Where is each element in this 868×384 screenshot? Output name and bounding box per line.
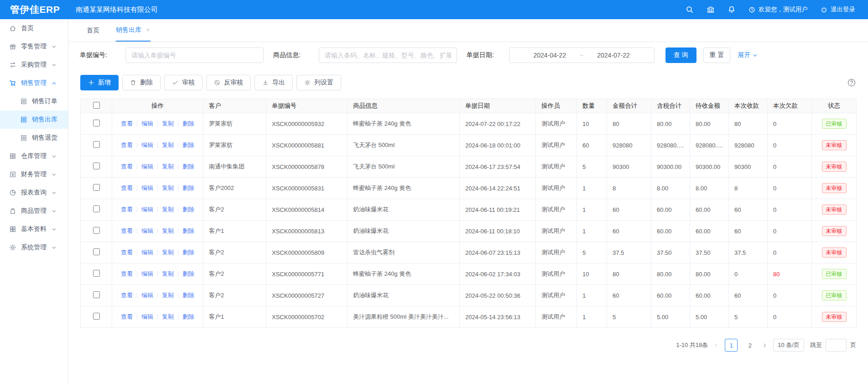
page-size-select[interactable]: 10 条/页 [773,339,804,352]
copy-link[interactable]: 复制 [162,163,174,171]
edit-link[interactable]: 编辑 [141,163,153,171]
date-to[interactable]: 2024-07-22 [597,52,630,59]
date-range-picker[interactable]: 2024-04-22 ~ 2024-07-22 [509,47,655,63]
sidebar-item-sales-outbound[interactable]: 销售出库 [0,110,68,129]
edit-link[interactable]: 编辑 [141,270,153,278]
delete-link[interactable]: 删除 [182,205,194,214]
row-checkbox[interactable] [93,270,100,277]
view-link[interactable]: 查看 [121,248,133,257]
page-number-1[interactable]: 1 [725,339,738,352]
audit-button[interactable]: 审核 [164,75,203,90]
row-checkbox[interactable] [93,248,100,255]
view-link[interactable]: 查看 [121,227,133,235]
product-info-label: 商品信息: [273,51,301,59]
view-link[interactable]: 查看 [121,120,133,128]
expand-link[interactable]: 展开 [738,51,758,59]
tab-home[interactable]: 首页 [87,19,99,42]
sidebar-item-retail[interactable]: 零售管理 [0,37,68,56]
owed-cell: 0 [768,242,812,263]
view-link[interactable]: 查看 [121,291,133,300]
logout-button[interactable]: 退出登录 [821,5,855,14]
view-link[interactable]: 查看 [121,205,133,214]
copy-link[interactable]: 复制 [162,248,174,257]
delete-link[interactable]: 删除 [182,313,194,321]
reset-button[interactable]: 重 置 [703,47,731,63]
sidebar-item-reports[interactable]: 报表查询 [0,184,68,202]
page-number-2[interactable]: 2 [743,339,756,352]
row-checkbox[interactable] [93,227,100,234]
sidebar-item-system[interactable]: 系统管理 [0,238,68,257]
row-checkbox[interactable] [93,313,100,320]
copy-link[interactable]: 复制 [162,120,174,128]
delete-link[interactable]: 删除 [182,184,194,192]
copy-link[interactable]: 复制 [162,270,174,278]
copy-link[interactable]: 复制 [162,291,174,300]
edit-link[interactable]: 编辑 [141,248,153,257]
delete-link[interactable]: 删除 [182,270,194,278]
bank-icon[interactable] [707,5,715,14]
sidebar-item-goods[interactable]: 商品管理 [0,202,68,220]
row-checkbox[interactable] [93,184,100,191]
col-date: 单据日期 [460,99,536,113]
bill-no-input[interactable] [125,47,264,63]
jump-page-input[interactable] [826,339,847,352]
delete-link[interactable]: 删除 [182,141,194,149]
tab-sales-outbound[interactable]: 销售出库 [116,19,151,42]
sidebar-item-finance[interactable]: 财务管理 [0,165,68,184]
copy-link[interactable]: 复制 [162,205,174,214]
add-label: 新增 [98,79,111,87]
delete-link[interactable]: 删除 [182,248,194,257]
sidebar-item-sales[interactable]: 销售管理 [0,74,68,92]
row-checkbox[interactable] [93,163,100,169]
view-link[interactable]: 查看 [121,313,133,321]
delete-link[interactable]: 删除 [182,227,194,235]
user-welcome[interactable]: 欢迎您，测试用户 [748,5,808,14]
column-settings-button[interactable]: 列设置 [296,75,341,90]
date-from[interactable]: 2024-04-22 [533,52,566,59]
copy-link[interactable]: 复制 [162,227,174,235]
view-link[interactable]: 查看 [121,163,133,171]
edit-link[interactable]: 编辑 [141,291,153,300]
sidebar-item-warehouse[interactable]: 仓库管理 [0,147,68,165]
delete-link[interactable]: 删除 [182,163,194,171]
view-link[interactable]: 查看 [121,141,133,149]
copy-link[interactable]: 复制 [162,141,174,149]
export-button[interactable]: 导出 [255,75,293,90]
row-checkbox[interactable] [93,120,100,126]
prev-page-icon[interactable] [714,343,719,348]
edit-link[interactable]: 编辑 [141,205,153,214]
sidebar-item-basic-data[interactable]: 基本资料 [0,220,68,238]
copy-link[interactable]: 复制 [162,313,174,321]
product-info-input[interactable] [319,47,457,63]
row-checkbox[interactable] [93,291,100,298]
row-checkbox[interactable] [93,205,100,212]
search-icon[interactable] [686,5,694,14]
next-page-icon[interactable] [762,343,767,348]
edit-link[interactable]: 编辑 [141,313,153,321]
sidebar-item-home[interactable]: 首页 [0,19,68,37]
receivable-cell: 5.00 [690,306,729,328]
select-all-checkbox[interactable] [93,102,100,109]
view-link[interactable]: 查看 [121,270,133,278]
col-qty: 数量 [577,99,607,113]
copy-link[interactable]: 复制 [162,184,174,192]
delete-button[interactable]: 删除 [122,75,161,90]
add-button[interactable]: 新增 [80,75,119,90]
row-checkbox[interactable] [93,141,100,148]
edit-link[interactable]: 编辑 [141,141,153,149]
search-button[interactable]: 查 询 [665,47,696,63]
help-icon[interactable] [847,78,856,87]
close-icon[interactable] [146,27,151,32]
sidebar-item-sales-return[interactable]: 销售退货 [0,129,68,147]
view-link[interactable]: 查看 [121,184,133,192]
edit-link[interactable]: 编辑 [141,184,153,192]
sidebar-item-purchase[interactable]: 采购管理 [0,56,68,74]
bell-icon[interactable] [728,5,736,14]
edit-link[interactable]: 编辑 [141,120,153,128]
sidebar-item-sales-order[interactable]: 销售订单 [0,92,68,110]
amount-cell: 37.5 [607,242,651,263]
delete-link[interactable]: 删除 [182,291,194,300]
unaudit-button[interactable]: 反审核 [206,75,251,90]
edit-link[interactable]: 编辑 [141,227,153,235]
delete-link[interactable]: 删除 [182,120,194,128]
